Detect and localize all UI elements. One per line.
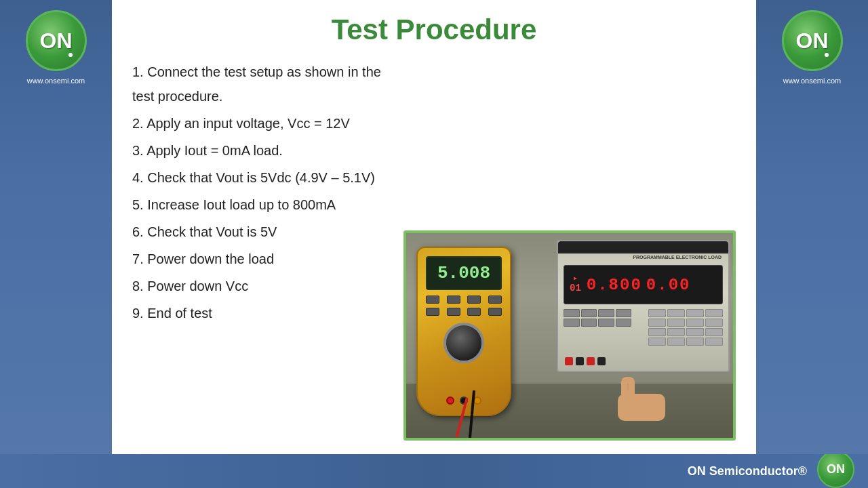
footer-logo: ON — [817, 451, 854, 488]
step-9-text: 9. End of test — [132, 306, 212, 321]
content-body: 1. Connect the test setup as shown in th… — [132, 60, 736, 441]
step-7-label: . Power down the load — [140, 251, 274, 266]
logo-right-text: ON — [796, 30, 829, 52]
step-6: 6. Check that Vout is 5V — [132, 220, 390, 244]
website-right: www.onsemi.com — [783, 77, 842, 85]
eload-display-right: 0.00 — [646, 276, 691, 294]
logo-left-text: ON — [40, 30, 73, 52]
eload-channel: 01 — [570, 283, 581, 293]
step-8-text: 8. Power down Vcc — [132, 279, 248, 293]
step-4-text: 4. Check that Vout is 5Vdc (4.9V – 5.1V) — [132, 170, 375, 185]
equipment-scene: PROGRAMMABLE ELECTRONIC LOAD ▶ 01 0.800 — [406, 233, 733, 438]
main-wrapper: ON www.onsemi.com Test Procedure 1. Conn… — [0, 0, 868, 454]
step-7-text: 7 — [132, 251, 140, 266]
step-7: 7. Power down the load — [132, 247, 390, 271]
slide-title: Test Procedure — [132, 14, 736, 46]
eload-display-left: 0.800 — [587, 276, 642, 294]
step-9: 9. End of test — [132, 301, 390, 325]
step-6-text: 6. Check that Vout is 5V — [132, 224, 277, 239]
website-left: www.onsemi.com — [27, 77, 85, 85]
footer: ON Semiconductor® ON — [0, 454, 868, 488]
logo-left: ON — [26, 10, 87, 71]
step-5-text: 5. Increase Iout load up to 800mA — [132, 197, 336, 212]
step-5: 5. Increase Iout load up to 800mA — [132, 192, 390, 217]
step-1-text: 1. Connect the test setup as shown in th… — [132, 64, 381, 104]
step-3-text: 3. Apply Iout = 0mA load. — [132, 143, 283, 158]
step-4: 4. Check that Vout is 5Vdc (4.9V – 5.1V) — [132, 165, 390, 190]
footer-company-name: ON Semiconductor® — [688, 464, 807, 479]
sidebar-right: ON www.onsemi.com — [756, 0, 868, 454]
content-area: Test Procedure 1. Connect the test setup… — [112, 0, 756, 454]
sidebar-left: ON www.onsemi.com — [0, 0, 112, 454]
hand-svg — [597, 373, 665, 421]
logo-right: ON — [782, 10, 843, 71]
logo-right-dot — [825, 53, 829, 57]
step-8: 8. Power down Vcc — [132, 274, 390, 298]
steps-list: 1. Connect the test setup as shown in th… — [132, 60, 390, 441]
step-1: 1. Connect the test setup as shown in th… — [132, 60, 390, 108]
logo-left-dot — [68, 53, 73, 57]
equipment-image: PROGRAMMABLE ELECTRONIC LOAD ▶ 01 0.800 — [403, 230, 736, 441]
step-2: 2. Apply an input voltage, Vcc = 12V — [132, 111, 390, 136]
step-2-text: 2. Apply an input voltage, Vcc = 12V — [132, 116, 350, 131]
footer-logo-text: ON — [827, 462, 845, 476]
multimeter-display: 5.008 — [437, 263, 490, 283]
step-3: 3. Apply Iout = 0mA load. — [132, 138, 390, 163]
